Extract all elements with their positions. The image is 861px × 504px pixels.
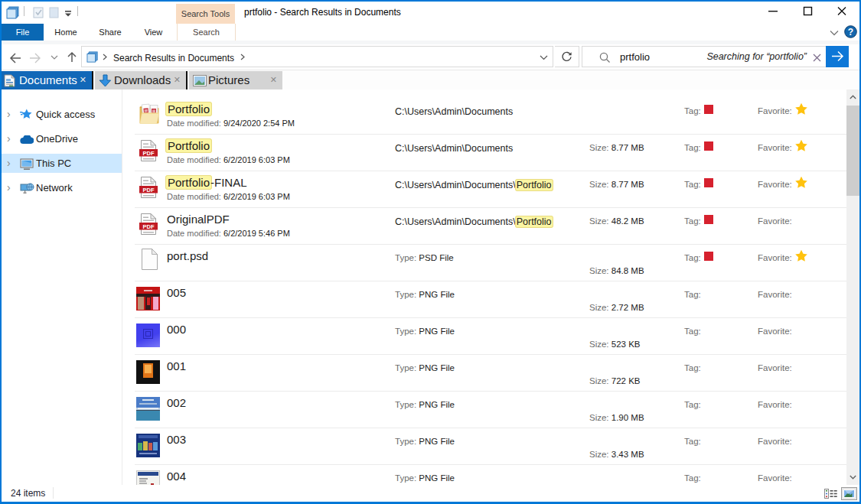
- svg-text:PDF: PDF: [143, 187, 155, 193]
- svg-text:PDF: PDF: [143, 150, 155, 157]
- svg-text:PDF: PDF: [143, 223, 155, 230]
- svg-text:?: ?: [848, 27, 853, 37]
